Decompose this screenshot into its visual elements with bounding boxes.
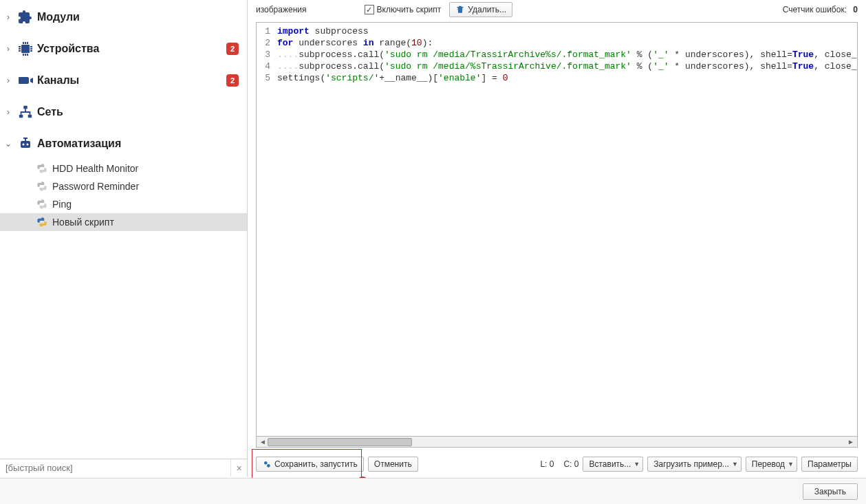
code-editor[interactable]: 12345 import subprocessfor underscores i…	[256, 22, 858, 437]
sidebar-item-label: Автоматизация	[37, 138, 239, 150]
save-run-button[interactable]: Сохранить, запустить	[256, 457, 364, 472]
sidebar-item-modules[interactable]: › Модули	[0, 1, 247, 33]
chevron-right-icon: ›	[3, 44, 14, 54]
close-label: Закрыть	[814, 487, 846, 496]
horizontal-scrollbar[interactable]: ◄ ►	[256, 437, 858, 448]
chip-icon	[14, 41, 37, 57]
top-toolbar: изображения ✓ Включить скрипт Удалить...…	[256, 0, 858, 19]
params-button[interactable]: Параметры	[801, 457, 858, 472]
svg-point-8	[267, 464, 270, 468]
script-item-new[interactable]: Новый скрипт	[0, 213, 247, 231]
footer-bar: Закрыть	[0, 478, 866, 504]
svg-rect-3	[28, 115, 32, 118]
enable-script-label: Включить скрипт	[377, 5, 442, 14]
robot-icon	[14, 135, 37, 152]
main-panel: изображения ✓ Включить скрипт Удалить...…	[248, 0, 866, 476]
camera-icon	[14, 72, 37, 89]
sidebar-item-label: Устройства	[37, 43, 226, 55]
python-icon	[36, 217, 48, 227]
svg-point-7	[264, 461, 268, 465]
cursor-position: L: 0 C: 0	[540, 459, 578, 469]
chevron-down-icon: ▼	[788, 461, 794, 468]
trash-icon	[455, 5, 465, 14]
svg-rect-4	[21, 141, 30, 148]
sidebar-item-label: Каналы	[37, 74, 226, 87]
chevron-down-icon: ▼	[634, 461, 640, 468]
quick-search: ×	[0, 459, 247, 476]
checkbox-icon: ✓	[365, 5, 374, 14]
svg-rect-1	[23, 106, 28, 109]
puzzle-icon	[14, 9, 37, 25]
insert-combo-label: Вставить...	[589, 459, 631, 469]
badge-count: 2	[226, 43, 239, 55]
scroll-track[interactable]	[268, 438, 846, 446]
script-item-label: Новый скрипт	[52, 217, 114, 228]
chevron-right-icon: ›	[3, 12, 14, 22]
svg-rect-0	[21, 45, 30, 53]
svg-point-6	[27, 144, 29, 146]
enable-script-checkbox[interactable]: ✓ Включить скрипт	[365, 5, 442, 14]
svg-rect-2	[19, 115, 23, 118]
script-item-label: HDD Health Monitor	[52, 163, 138, 174]
script-item-label: Password Reminder	[52, 181, 139, 192]
chevron-right-icon: ›	[3, 76, 14, 85]
script-item-password[interactable]: Password Reminder	[0, 177, 247, 195]
python-icon	[36, 164, 48, 173]
cancel-button[interactable]: Отменить	[368, 457, 418, 472]
chevron-down-icon: ⌄	[3, 139, 14, 149]
delete-button-label: Удалить...	[468, 5, 506, 14]
bottom-toolbar: 1 Сохранить, запустить Отменить L: 0 C: …	[256, 452, 858, 476]
script-item-ping[interactable]: Ping	[0, 195, 247, 213]
save-run-label: Сохранить, запустить	[274, 459, 358, 469]
scroll-thumb[interactable]	[268, 438, 412, 446]
code-content: import subprocessfor underscores in rang…	[257, 23, 857, 84]
python-icon	[36, 182, 48, 191]
python-icon	[36, 199, 48, 209]
translate-combo[interactable]: Перевод▼	[746, 457, 797, 472]
svg-point-5	[23, 144, 25, 146]
insert-combo[interactable]: Вставить...▼	[583, 457, 643, 472]
sidebar-item-channels[interactable]: › Каналы 2	[0, 65, 247, 96]
sidebar-item-network[interactable]: › Сеть	[0, 96, 247, 128]
image-label: изображения	[256, 5, 307, 14]
load-example-combo[interactable]: Загрузить пример...▼	[647, 457, 741, 472]
script-item-hdd[interactable]: HDD Health Monitor	[0, 160, 247, 177]
chevron-down-icon: ▼	[732, 461, 738, 468]
sidebar-item-automation[interactable]: ⌄ Автоматизация	[0, 128, 247, 160]
nav-tree: › Модули › Устройства 2 › Каналы	[0, 0, 247, 459]
sidebar-item-devices[interactable]: › Устройства 2	[0, 33, 247, 65]
load-example-label: Загрузить пример...	[653, 459, 729, 469]
error-counter: Счетчик ошибок: 0	[783, 5, 858, 14]
search-input[interactable]	[0, 460, 230, 476]
chevron-right-icon: ›	[3, 107, 14, 117]
clear-search-icon[interactable]: ×	[230, 459, 247, 476]
delete-button[interactable]: Удалить...	[449, 2, 512, 17]
translate-label: Перевод	[752, 459, 785, 469]
sidebar-item-label: Модули	[37, 11, 239, 23]
scroll-left-icon[interactable]: ◄	[258, 437, 268, 447]
gears-icon	[262, 459, 272, 469]
sidebar-item-label: Сеть	[37, 106, 239, 118]
badge-count: 2	[226, 74, 239, 87]
sidebar: › Модули › Устройства 2 › Каналы	[0, 0, 248, 476]
error-counter-value: 0	[853, 5, 858, 14]
scroll-right-icon[interactable]: ►	[846, 437, 856, 447]
error-counter-label: Счетчик ошибок:	[783, 5, 847, 14]
cancel-label: Отменить	[374, 459, 412, 469]
script-item-label: Ping	[52, 199, 72, 210]
network-icon	[14, 105, 37, 120]
close-button[interactable]: Закрыть	[803, 483, 858, 500]
params-label: Параметры	[808, 459, 852, 469]
line-gutter: 12345	[257, 23, 273, 84]
